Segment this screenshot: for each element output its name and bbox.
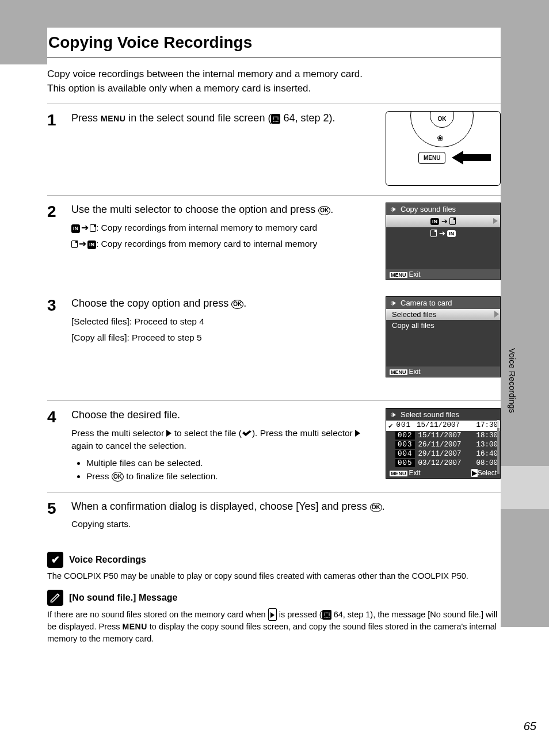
step-1: 1 Press MENU in the select sound file sc… <box>47 104 501 196</box>
menu-label-icon: MENU <box>123 622 147 631</box>
playback-button-icon <box>268 608 277 621</box>
step-5: 5 When a confirmation dialog is displaye… <box>47 492 501 544</box>
pencil-note-icon <box>47 590 63 606</box>
step-body: Use the multi selector to choose the opt… <box>71 203 375 280</box>
note-body: If there are no sound files stored on th… <box>47 608 501 644</box>
card-icon <box>449 217 456 225</box>
svg-marker-0 <box>452 151 491 165</box>
select-label: Select <box>478 469 497 477</box>
step-3: 3 Choose the copy option and press OK. [… <box>47 289 501 401</box>
lcd-row-selected-files: Selected files <box>386 309 500 320</box>
right-triangle-icon <box>355 430 360 437</box>
lcd-title: Camera to card <box>401 299 452 307</box>
macro-icon: ❀ <box>437 133 444 143</box>
step-head: Use the multi selector to choose the opt… <box>71 203 375 216</box>
file-time: 08:00 <box>476 459 498 467</box>
lcd-footer: MENUExit <box>386 269 500 280</box>
arrow-right-icon: ➔ <box>439 229 445 238</box>
file-time: 18:30 <box>476 432 498 440</box>
t: Press <box>71 112 101 124</box>
lcd-slot: 🕩Camera to card Selected files Copy all … <box>386 296 501 377</box>
list-item: Multiple files can be selected. <box>86 456 375 469</box>
menu-button-graphic: MENU <box>418 152 445 164</box>
lcd-header: 🕩Camera to card <box>386 297 500 309</box>
file-time: 17:30 <box>476 421 498 430</box>
lcd-slot: 🕩Select sound files ✔00115/11/200717:300… <box>386 408 501 483</box>
lcd-title: Copy sound files <box>401 205 456 213</box>
card-icon <box>71 240 78 248</box>
step-number: 3 <box>47 297 61 377</box>
card-icon <box>90 224 96 232</box>
file-time: 13:00 <box>476 441 498 449</box>
lcd-header: 🕩Copy sound files <box>386 203 500 215</box>
exit-label: Exit <box>409 469 421 477</box>
file-date: 15/11/2007 <box>417 421 460 430</box>
arrow-right-icon: ➔ <box>441 217 448 226</box>
file-number: 003 <box>395 441 415 449</box>
internal-mem-icon: IN <box>71 224 80 233</box>
lcd-camera-to-card: 🕩Camera to card Selected files Copy all … <box>386 296 501 377</box>
lcd-option-card-to-in: ➔ IN <box>386 227 500 239</box>
file-number: 001 <box>394 421 414 430</box>
manual-page: Voice Recordings 65 Copying Voice Record… <box>0 0 549 756</box>
t: When a confirmation dialog is displayed,… <box>71 501 370 512</box>
sub-line: [Copy all files]: Proceed to step 5 <box>71 331 375 344</box>
t: : Copy recordings from internal memory t… <box>96 223 317 232</box>
checkmark-icon: ✔ <box>388 421 393 430</box>
t: Use the multi selector to choose the opt… <box>71 204 318 215</box>
t: in the select sound file screen ( <box>125 112 271 124</box>
t: is pressed ( <box>277 610 322 619</box>
file-number: 005 <box>395 459 415 467</box>
note-body: The COOLPIX P50 may be unable to play or… <box>47 570 501 582</box>
side-bar <box>501 0 549 627</box>
lcd-slot: 🕩Copy sound files IN ➔ ➔ IN MENUExit <box>386 203 501 280</box>
menu-label-icon: MENU <box>101 114 125 123</box>
card-icon <box>430 230 437 237</box>
step-head: When a confirmation dialog is displayed,… <box>71 499 501 513</box>
press-arrow-icon <box>452 150 492 166</box>
note-title: Voice Recordings <box>69 555 146 565</box>
right-triangle-icon: ▶ <box>471 469 478 477</box>
speaker-icon: 🕩 <box>390 299 397 307</box>
file-row: ✔00115/11/200717:30 <box>386 421 500 431</box>
internal-mem-icon: IN <box>447 230 456 237</box>
step-head: Choose the copy option and press OK. <box>71 296 375 310</box>
internal-mem-icon: IN <box>87 240 96 249</box>
step-sub: [Selected files]: Proceed to step 4 [Cop… <box>71 315 375 345</box>
t: . <box>330 204 333 215</box>
intro-line1: Copy voice recordings between the intern… <box>47 68 363 79</box>
ok-icon: OK <box>370 503 382 512</box>
step-body: Choose the desired file. Press the multi… <box>71 408 375 483</box>
ok-icon: OK <box>231 300 243 309</box>
t: : Copy recordings from memory card to in… <box>96 239 317 249</box>
step-number: 5 <box>47 501 61 534</box>
lcd-copy-sound-files: 🕩Copy sound files IN ➔ ➔ IN MENUExit <box>386 203 501 280</box>
camera-diagram-slot: OK ❀ MENU <box>386 111 501 186</box>
lcd-select-sound-files: 🕩Select sound files ✔00115/11/200717:300… <box>386 408 501 479</box>
note-title: [No sound file.] Message <box>69 593 177 603</box>
step-number: 4 <box>47 409 61 483</box>
sub-line: [Selected files]: Proceed to step 4 <box>71 315 375 328</box>
file-date: 15/11/2007 <box>418 432 462 440</box>
scrollbar-thumb <box>497 420 500 428</box>
file-time: 16:40 <box>476 450 498 458</box>
step-body: Press MENU in the select sound file scre… <box>71 111 375 186</box>
t: If there are no sound files stored on th… <box>47 610 268 619</box>
step-body: Choose the copy option and press OK. [Se… <box>71 296 375 377</box>
step-number: 1 <box>47 112 61 186</box>
list-item: Press OK to finalize file selection. <box>86 469 375 483</box>
lcd-footer: MENUExit <box>386 366 500 377</box>
step-sub: Press the multi selector to select the f… <box>71 427 375 483</box>
camera-diagram: OK ❀ MENU <box>386 111 501 186</box>
file-row: 00429/11/200716:40 <box>386 449 500 459</box>
intro-text: Copy voice recordings between the intern… <box>47 67 501 104</box>
arrow-right-icon: ➔ <box>79 238 86 250</box>
scrollbar <box>497 420 500 474</box>
intro-line2: This option is available only when a mem… <box>47 83 311 94</box>
book-ref-icon: ⬚ <box>271 114 280 124</box>
page-number: 65 <box>524 720 536 733</box>
file-row: 00215/11/200718:30 <box>386 431 500 440</box>
t: again to cancel the selection. <box>71 441 186 450</box>
lcd-spacer <box>386 239 500 269</box>
lcd-row-copy-all: Copy all files <box>386 320 500 331</box>
